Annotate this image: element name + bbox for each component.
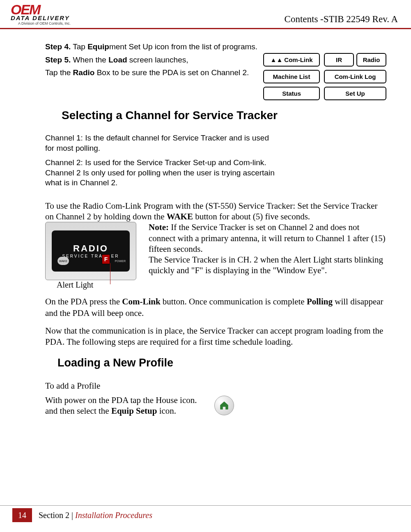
radio-comlink-instruction: To use the Radio Com-Link Program with t… <box>45 200 386 222</box>
logo-data-delivery: DATA DELIVERY <box>11 15 71 21</box>
wake-button-icon: WAKE <box>57 257 69 265</box>
machine-list-button: Machine List <box>263 70 320 83</box>
step-5-label: Step 5. <box>45 55 71 64</box>
pda-screenshot: ▲▲Com-Link IR Radio Machine List Com-Lin… <box>263 53 386 100</box>
page-number: 14 <box>12 508 32 522</box>
radio-button: Radio <box>356 53 386 67</box>
house-instruction: With power on the PDA tap the House icon… <box>45 395 209 417</box>
note-label: Note: <box>149 222 169 232</box>
step-5: Step 5. When the Load screen launches, <box>45 55 255 65</box>
footer-section: Section 2 | Installation Procedures <box>39 511 152 520</box>
status-button: Status <box>263 87 320 100</box>
setup-button: Set Up <box>324 87 386 100</box>
step-4-label: Step 4. <box>45 42 71 51</box>
note-block: Note: If the Service Tracker is set on C… <box>149 222 386 276</box>
step-4: Step 4. Tap Equipment Set Up icon from t… <box>45 41 386 52</box>
comlink-paragraph: On the PDA press the Com-Link button. On… <box>45 296 386 319</box>
radio-instruction: Tap the Radio Box to be sure the PDA is … <box>45 67 255 78</box>
channel-2-description: Channel 2: Is used for the Service Track… <box>45 158 275 188</box>
device-subtitle: SERVICE TRACKER <box>62 254 119 258</box>
page-header: OEM DATA DELIVERY A Division of OEM Cont… <box>0 0 411 29</box>
heading-selecting-channel: Selecting a Channel for Service Tracker <box>62 109 386 122</box>
ir-radio-buttons: IR Radio <box>324 53 386 67</box>
heading-loading-profile: Loading a New Profile <box>57 357 386 369</box>
document-title: Contents -STIB 22549 Rev. A <box>285 14 398 25</box>
logo: OEM DATA DELIVERY A Division of OEM Cont… <box>11 2 71 25</box>
page-footer: 14 Section 2 | Installation Procedures <box>0 505 411 522</box>
ir-button: IR <box>324 53 354 67</box>
device-brand: RADIO <box>73 244 108 253</box>
logo-subtitle: A Division of OEM Controls, Inc. <box>11 21 71 25</box>
alert-light-caption: Alert Light <box>45 280 136 290</box>
communication-paragraph: Now that the communication is in place, … <box>45 325 386 348</box>
add-profile-line: To add a Profile <box>45 380 386 391</box>
house-icon <box>214 396 234 415</box>
service-tracker-image: RADIO SERVICE TRACKER WAKE F POWER <box>45 222 136 280</box>
power-label: POWER <box>115 260 126 263</box>
page-content: Step 4. Tap Equipment Set Up icon from t… <box>0 29 411 416</box>
channel-1-description: Channel 1: Is the default channel for Se… <box>45 133 275 153</box>
comlink-button: ▲▲Com-Link <box>263 53 320 67</box>
f-display: F <box>102 254 110 264</box>
comlink-log-button: Com-Link Log <box>324 70 386 83</box>
alert-light-pointer <box>110 263 110 284</box>
